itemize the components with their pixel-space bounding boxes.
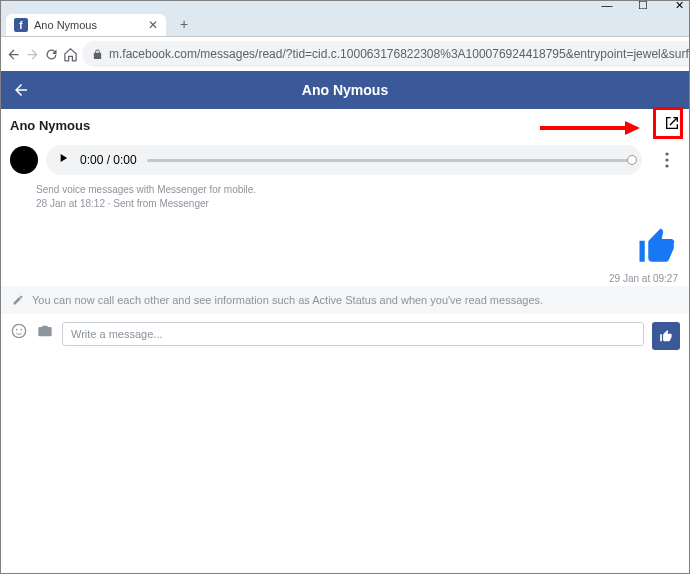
progress-track[interactable] [147,159,632,162]
sender-avatar[interactable] [10,146,38,174]
reload-button[interactable] [44,41,59,67]
svg-point-5 [665,164,668,167]
play-icon[interactable] [56,151,70,169]
nav-bar: m.facebook.com/messages/read/?tid=cid.c.… [0,37,690,71]
header-back-button[interactable] [12,81,30,99]
audio-message-row: 0:00 / 0:00 [0,141,690,179]
page-title: Ano Nymous [302,82,388,98]
forward-button [25,41,40,67]
message-input[interactable]: Write a message... [62,322,644,346]
chat-name: Ano Nymous [10,118,90,133]
window-minimize-icon[interactable]: — [600,0,614,11]
tab-bar: f Ano Nymous ✕ + [0,10,690,36]
url-bar[interactable]: m.facebook.com/messages/read/?tid=cid.c.… [82,41,690,67]
browser-chrome: — ☐ ✕ f Ano Nymous ✕ + [0,0,690,37]
back-button[interactable] [6,41,21,67]
window-controls: — ☐ ✕ [0,0,690,10]
thumbs-up-message: 29 Jan at 09:27 [0,215,690,286]
banner-text: You can now call each other and see info… [32,294,543,306]
audio-menu-button[interactable] [654,147,680,173]
chat-header: Ano Nymous [0,109,690,141]
thumb-timestamp: 29 Jan at 09:27 [609,273,678,284]
message-meta: Send voice messages with Messenger for m… [0,179,690,215]
emoji-button[interactable] [10,322,28,340]
send-like-button[interactable] [652,322,680,350]
audio-player[interactable]: 0:00 / 0:00 [46,145,642,175]
facebook-favicon: f [14,18,28,32]
svg-point-3 [665,152,668,155]
audio-time: 0:00 / 0:00 [80,153,137,167]
svg-point-10 [21,329,23,331]
home-button[interactable] [63,41,78,67]
page-header: Ano Nymous [0,71,690,109]
svg-point-4 [665,158,668,161]
window-maximize-icon[interactable]: ☐ [636,0,650,12]
url-text: m.facebook.com/messages/read/?tid=cid.c.… [109,47,690,61]
svg-point-9 [16,329,18,331]
new-tab-button[interactable]: + [172,12,196,36]
window-close-icon[interactable]: ✕ [672,0,686,12]
info-banner: You can now call each other and see info… [0,286,690,314]
share-button[interactable] [664,115,680,135]
svg-point-8 [12,324,25,337]
progress-thumb[interactable] [627,155,637,165]
lock-icon [92,49,103,60]
meta-line-1: Send voice messages with Messenger for m… [36,183,680,197]
thumbs-up-icon[interactable] [636,225,678,271]
meta-line-2: 28 Jan at 18:12 · Sent from Messenger [36,197,680,211]
pencil-icon [12,294,24,306]
browser-tab[interactable]: f Ano Nymous ✕ [6,14,166,36]
camera-button[interactable] [36,322,54,340]
tab-title: Ano Nymous [34,19,97,31]
composer: Write a message... [0,314,690,358]
tab-close-icon[interactable]: ✕ [148,18,158,32]
